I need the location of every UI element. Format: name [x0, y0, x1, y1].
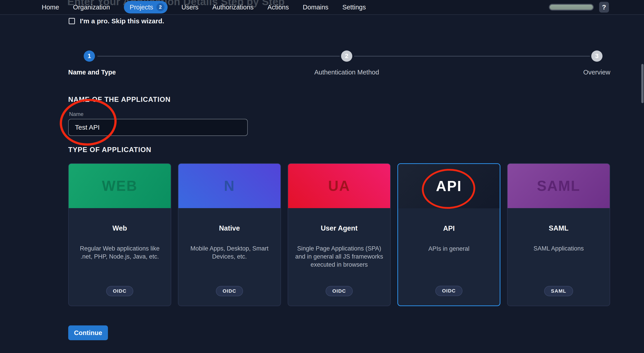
nav-item-label: Users	[182, 3, 198, 11]
skip-wizard-checkbox[interactable]	[69, 18, 75, 24]
card-description-api: APIs in general	[422, 245, 475, 253]
app-type-card-web[interactable]: WEBWebRegular Web applications like .net…	[68, 163, 171, 306]
skip-wizard-label: I'm a pro. Skip this wizard.	[80, 17, 164, 25]
card-title-user-agent: User Agent	[321, 224, 358, 232]
nav-item-label: Settings	[342, 3, 366, 11]
card-header-api: API	[398, 164, 500, 208]
card-description-web: Regular Web applications like .net, PHP,…	[69, 245, 171, 261]
card-title-api: API	[443, 225, 455, 233]
application-name-input[interactable]	[68, 119, 248, 136]
step-1-label: Name and Type	[68, 69, 116, 76]
app-type-card-native[interactable]: NNativeMobile Apps, Desktop, Smart Devic…	[178, 163, 281, 306]
nav-item-label: Domains	[303, 3, 328, 11]
card-watermark-native: N	[224, 178, 235, 194]
card-header-web: WEB	[69, 164, 171, 208]
step-2-label: Authentication Method	[314, 69, 379, 76]
card-watermark-web: WEB	[102, 178, 137, 194]
app-type-card-api[interactable]: APIAPIAPIs in generalOIDC	[398, 163, 500, 306]
nav-item-home[interactable]: Home	[42, 3, 59, 11]
nav-item-actions[interactable]: Actions	[268, 3, 289, 11]
nav-item-label: Projects	[130, 3, 153, 11]
scrollbar-thumb[interactable]	[641, 64, 644, 103]
card-title-native: Native	[219, 224, 240, 232]
card-watermark-saml: SAML	[537, 178, 580, 194]
top-nav: HomeOrganizationProjects2UsersAuthorizat…	[0, 0, 644, 15]
card-title-web: Web	[112, 224, 127, 232]
nav-item-label: Authorizations	[212, 3, 254, 11]
nav-item-settings[interactable]: Settings	[342, 3, 366, 11]
user-chip-content	[550, 5, 593, 10]
step-2-circle[interactable]: 2	[341, 50, 352, 62]
nav-item-authorizations[interactable]: Authorizations	[212, 3, 254, 11]
card-header-user-agent: UA	[288, 164, 390, 208]
nav-item-users[interactable]: Users	[182, 3, 198, 11]
nav-item-label: Actions	[268, 3, 289, 11]
name-section-heading: NAME OF THE APPLICATION	[68, 95, 170, 104]
name-field-label: Name	[69, 111, 84, 117]
nav-item-projects[interactable]: Projects2	[124, 1, 168, 13]
app-type-card-saml[interactable]: SAMLSAMLSAML ApplicationsSAML	[507, 163, 610, 306]
step-3-circle[interactable]: 3	[591, 50, 602, 62]
skip-wizard-row: I'm a pro. Skip this wizard.	[69, 17, 164, 25]
type-section-heading: TYPE OF APPLICATION	[68, 146, 152, 154]
user-chip-redacted[interactable]	[549, 4, 594, 10]
card-watermark-user-agent: UA	[328, 178, 350, 194]
app-type-card-user-agent[interactable]: UAUser AgentSingle Page Applications (SP…	[288, 163, 391, 306]
stepper-connector-2	[354, 56, 590, 56]
step-1-circle[interactable]: 1	[84, 50, 95, 62]
help-button[interactable]: ?	[599, 2, 609, 12]
continue-button[interactable]: Continue	[68, 326, 108, 340]
card-protocol-badge-saml: SAML	[544, 286, 573, 296]
card-protocol-badge-native: OIDC	[216, 286, 243, 296]
stepper-connector-1	[98, 56, 340, 56]
card-header-native: N	[178, 164, 280, 208]
card-title-saml: SAML	[549, 224, 568, 232]
app-type-cards: WEBWebRegular Web applications like .net…	[68, 163, 610, 306]
card-description-saml: SAML Applications	[528, 245, 590, 253]
card-description-native: Mobile Apps, Desktop, Smart Devices, etc…	[178, 245, 280, 261]
card-protocol-badge-web: OIDC	[106, 286, 133, 296]
nav-item-label: Organization	[73, 3, 110, 11]
card-header-saml: SAML	[508, 164, 610, 208]
nav-item-domains[interactable]: Domains	[303, 3, 328, 11]
step-3-label: Overview	[583, 69, 610, 76]
card-protocol-badge-api: OIDC	[435, 286, 462, 296]
nav-item-label: Home	[42, 3, 59, 11]
nav-items: HomeOrganizationProjects2UsersAuthorizat…	[42, 1, 366, 13]
nav-item-organization[interactable]: Organization	[73, 3, 110, 11]
card-watermark-api: API	[436, 178, 462, 194]
card-protocol-badge-user-agent: OIDC	[326, 286, 353, 296]
nav-right: ?	[549, 2, 609, 12]
projects-count-badge: 2	[156, 3, 164, 11]
card-description-user-agent: Single Page Applications (SPA) and in ge…	[288, 245, 390, 269]
